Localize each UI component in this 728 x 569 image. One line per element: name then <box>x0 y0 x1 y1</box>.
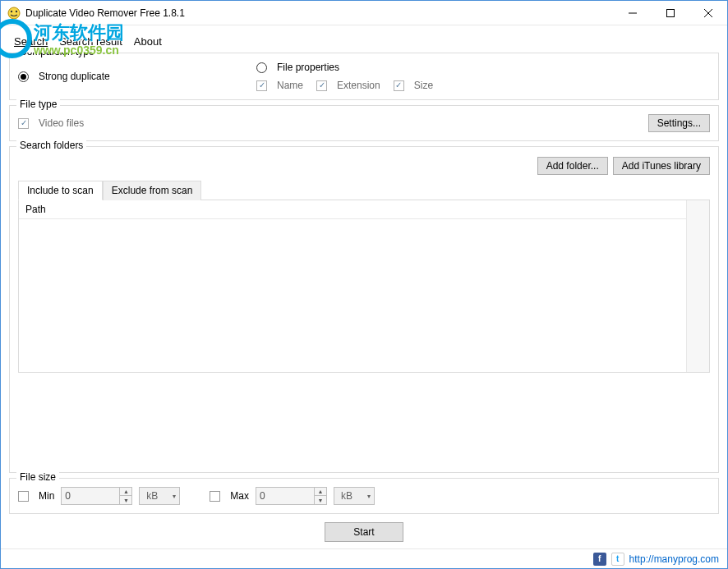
tab-search[interactable]: Search <box>14 35 48 48</box>
add-folder-button[interactable]: Add folder... <box>537 157 608 175</box>
extension-label: Extension <box>337 80 380 91</box>
close-button[interactable] <box>689 1 727 25</box>
window-controls <box>614 1 727 25</box>
max-input[interactable] <box>256 488 314 504</box>
grid-scrollbar-gutter <box>686 200 709 372</box>
file-type-group: File type Video files Settings... <box>9 105 719 141</box>
folders-grid[interactable]: Path <box>18 200 710 373</box>
twitter-icon[interactable]: t <box>611 553 624 566</box>
filesize-legend: File size <box>16 471 59 483</box>
min-checkbox[interactable] <box>18 491 29 502</box>
name-label: Name <box>277 80 303 91</box>
minimize-button[interactable] <box>614 1 652 25</box>
min-input[interactable] <box>62 488 119 504</box>
comparison-legend: Comparsion type <box>16 53 98 57</box>
footer: f t http://manyprog.com <box>1 548 727 568</box>
facebook-icon[interactable]: f <box>593 553 606 566</box>
file-size-group: File size Min ▲▼ kB▾ Max ▲▼ kB▾ <box>9 478 719 514</box>
app-window: Duplicate Video Remover Free 1.8.1 河东软件园… <box>0 0 728 569</box>
tab-exclude-from-scan[interactable]: Exclude from scan <box>103 181 202 200</box>
video-files-checkbox <box>18 118 29 129</box>
search-folders-legend: Search folders <box>16 140 86 151</box>
svg-rect-4 <box>667 9 675 16</box>
strong-duplicate-label: Strong duplicate <box>39 71 110 82</box>
search-folders-group: Search folders Add folder... Add iTunes … <box>9 146 719 473</box>
add-itunes-button[interactable]: Add iTunes library <box>613 157 710 175</box>
max-label: Max <box>230 490 249 502</box>
svg-point-2 <box>16 10 17 11</box>
min-up-icon[interactable]: ▲ <box>120 488 131 496</box>
tab-include-to-scan[interactable]: Include to scan <box>18 181 103 200</box>
tab-search-result[interactable]: Search result <box>59 35 122 48</box>
video-files-label: Video files <box>39 117 84 129</box>
folder-subtabs: Include to scan Exclude from scan <box>18 180 710 200</box>
main-tabs: 河东软件园 www.pc0359.cn Search Search result… <box>1 25 727 53</box>
start-button[interactable]: Start <box>325 522 403 542</box>
tab-about[interactable]: About <box>134 35 162 48</box>
max-checkbox[interactable] <box>210 491 220 502</box>
max-unit-combo[interactable]: kB▾ <box>334 487 375 505</box>
size-label: Size <box>414 80 433 91</box>
website-link[interactable]: http://manyprog.com <box>629 553 719 565</box>
max-up-icon[interactable]: ▲ <box>315 488 326 496</box>
min-down-icon[interactable]: ▼ <box>120 496 131 504</box>
strong-duplicate-radio[interactable] <box>18 71 29 82</box>
min-unit-combo[interactable]: kB▾ <box>139 487 180 505</box>
app-icon <box>7 7 21 20</box>
filetype-legend: File type <box>16 99 60 110</box>
content-area: Comparsion type Strong duplicate File pr… <box>1 53 727 548</box>
max-spinner[interactable]: ▲▼ <box>256 487 327 505</box>
size-checkbox <box>394 80 404 91</box>
svg-point-1 <box>11 10 12 11</box>
window-title: Duplicate Video Remover Free 1.8.1 <box>25 7 614 19</box>
chevron-down-icon: ▾ <box>367 493 371 500</box>
maximize-button[interactable] <box>652 1 689 25</box>
name-checkbox <box>256 80 267 91</box>
file-properties-radio[interactable] <box>256 62 267 73</box>
path-column-header: Path <box>19 200 686 219</box>
max-down-icon[interactable]: ▼ <box>315 496 326 504</box>
file-properties-label: File properties <box>277 62 339 73</box>
settings-button[interactable]: Settings... <box>648 114 710 132</box>
min-label: Min <box>39 490 54 502</box>
titlebar: Duplicate Video Remover Free 1.8.1 <box>1 1 727 25</box>
comparison-type-group: Comparsion type Strong duplicate File pr… <box>9 53 719 100</box>
chevron-down-icon: ▾ <box>173 493 176 500</box>
extension-checkbox <box>316 80 327 91</box>
svg-point-0 <box>8 7 20 19</box>
min-spinner[interactable]: ▲▼ <box>61 487 132 505</box>
